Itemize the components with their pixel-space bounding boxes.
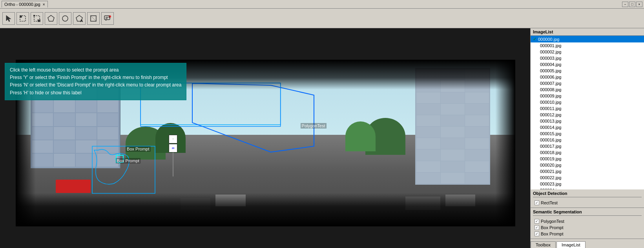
rect-test-checkbox[interactable] [535, 200, 539, 205]
image-list-item[interactable]: 000018.jpg [531, 149, 644, 156]
svg-text:A: A [80, 19, 83, 22]
image-list-item[interactable]: 000012.jpg [531, 112, 644, 118]
image-list-item[interactable]: 000002.jpg [531, 49, 644, 55]
image-list-item-label: 000013.jpg [540, 119, 561, 123]
tooltip-line2: Press 'Y' or select the 'Finish Prompt' … [10, 74, 181, 81]
title-bar-controls: − □ × [622, 2, 642, 7]
image-list-item[interactable]: 000022.jpg [531, 175, 644, 181]
minimize-button[interactable]: − [622, 2, 628, 7]
image-list-item-label: 000020.jpg [540, 163, 561, 167]
image-list-item-label: 000022.jpg [540, 175, 561, 180]
image-list-item[interactable]: 000003.jpg [531, 55, 644, 61]
tree-right2 [345, 121, 375, 151]
svg-point-3 [34, 15, 35, 16]
right-panel: ImageList ✓000000.jpg000001.jpg000002.jp… [530, 28, 644, 248]
polygon-test-seg-item[interactable]: PolygonTest [533, 218, 642, 224]
image-list-item-label: 000017.jpg [540, 144, 561, 149]
image-list-item[interactable]: 000009.jpg [531, 93, 644, 99]
box-prompt-seg-item-2[interactable]: Box Prompt [533, 231, 642, 237]
image-list-item[interactable]: 000005.jpg [531, 68, 644, 74]
main-content: Click the left mouse button to select th… [0, 28, 644, 248]
svg-line-10 [91, 16, 96, 21]
image-list-item[interactable]: 000019.jpg [531, 156, 644, 162]
image-list-item-label: 000009.jpg [540, 94, 561, 98]
svg-text:M: M [38, 19, 40, 22]
image-list-item[interactable]: 000008.jpg [531, 86, 644, 93]
image-list-title: ImageList [531, 28, 644, 36]
box-prompt-seg-item-1[interactable]: Box Prompt [533, 224, 642, 231]
image-list-item[interactable]: 000020.jpg [531, 162, 644, 168]
image-list-item[interactable]: 000017.jpg [531, 143, 644, 149]
tooltip-line4: Press 'H' to hide or show this label [10, 89, 181, 97]
image-list-item-label: 000016.jpg [540, 138, 561, 142]
app-container: Ortho - 000000.jpg × − □ × M [0, 0, 644, 248]
title-bar: Ortho - 000000.jpg × − □ × [0, 0, 644, 9]
image-list-item[interactable]: 000010.jpg [531, 99, 644, 105]
smart-polygon-tool[interactable]: A [73, 12, 86, 25]
box-prompt-seg-label-2: Box Prompt [541, 231, 563, 236]
svg-rect-1 [20, 16, 22, 17]
comment-tool[interactable]: ! [101, 12, 114, 25]
box-prompt-checkbox-1[interactable] [535, 225, 539, 230]
image-list-item-label: 000011.jpg [540, 106, 561, 111]
image-list-item-label: 000019.jpg [540, 156, 561, 161]
image-list-item[interactable]: 000013.jpg [531, 118, 644, 124]
image-list-item-label: 000010.jpg [540, 100, 561, 105]
image-list-item[interactable]: 000007.jpg [531, 80, 644, 86]
image-list-item[interactable]: 000004.jpg [531, 61, 644, 68]
pointer-tool[interactable] [2, 12, 15, 25]
box-prompt-label-2: Box Prompt [116, 158, 140, 163]
image-list-item-label: 000021.jpg [540, 169, 561, 174]
image-list-item[interactable]: 000021.jpg [531, 168, 644, 175]
box-region-tool[interactable] [87, 12, 100, 25]
poly-select-tool[interactable]: M [31, 12, 43, 25]
image-list-item[interactable]: ✓000000.jpg [531, 36, 644, 42]
toolbox-tab[interactable]: Toolbox [531, 241, 556, 248]
car-red [56, 180, 91, 193]
image-list-item[interactable]: 000011.jpg [531, 105, 644, 112]
info-tooltip: Click the left mouse button to select th… [5, 63, 186, 100]
image-list-item-label: 000018.jpg [540, 150, 561, 155]
rect-test-label: RectTest [541, 200, 558, 205]
image-list-item-label: 000005.jpg [540, 68, 561, 73]
title-tab-label: Ortho - 000000.jpg [4, 2, 40, 7]
box-prompt-seg-label-1: Box Prompt [541, 225, 563, 230]
image-list-item-label: 000000.jpg [538, 37, 559, 42]
image-list-item-label: 000023.jpg [540, 182, 561, 186]
image-list-item-label: 000002.jpg [540, 50, 561, 54]
image-list-item-label: 000003.jpg [540, 56, 561, 61]
close-button[interactable]: × [636, 2, 642, 7]
title-tab[interactable]: Ortho - 000000.jpg × [2, 1, 48, 7]
rect-select-tool[interactable] [16, 12, 29, 25]
image-list-item[interactable]: 000001.jpg [531, 42, 644, 49]
maximize-button[interactable]: □ [629, 2, 635, 7]
tooltip-line1: Click the left mouse button to select th… [10, 66, 181, 74]
polygon-tool[interactable] [45, 12, 57, 25]
vignette-bottom [16, 193, 515, 226]
semantic-segmentation-section: Semantic Segmentation PolygonTest Box Pr… [531, 208, 644, 239]
image-list-item[interactable]: 000014.jpg [531, 124, 644, 130]
image-list-item[interactable]: 000016.jpg [531, 137, 644, 143]
image-list-item[interactable]: 000023.jpg [531, 181, 644, 187]
image-list-content[interactable]: ✓000000.jpg000001.jpg000002.jpg000003.jp… [531, 36, 644, 189]
circle-tool[interactable] [59, 12, 71, 25]
tooltip-line3: Press 'N' or select the 'Discard Prompt'… [10, 81, 181, 89]
title-tab-close[interactable]: × [43, 2, 45, 7]
image-list-item-label: 000006.jpg [540, 75, 561, 79]
polygon-test-label: PolygonTest [301, 123, 327, 129]
imagelist-tab[interactable]: ImageList [556, 241, 586, 248]
vignette-right [495, 60, 515, 226]
polygon-test-checkbox[interactable] [535, 219, 539, 224]
canvas-area[interactable]: Click the left mouse button to select th… [0, 28, 530, 248]
bottom-tabs: Toolbox ImageList [531, 239, 644, 248]
rect-test-item[interactable]: RectTest [533, 200, 642, 206]
image-list-item[interactable]: 000015.jpg [531, 130, 644, 137]
image-list-item-label: 000001.jpg [540, 43, 561, 48]
semantic-seg-title: Semantic Segmentation [533, 209, 642, 216]
toolbar: M A [0, 9, 644, 28]
image-list-item-label: 000007.jpg [540, 81, 561, 86]
image-list-item-label: 000004.jpg [540, 62, 561, 67]
svg-text:!: ! [109, 15, 109, 18]
box-prompt-checkbox-2[interactable] [535, 231, 539, 236]
image-list-item[interactable]: 000006.jpg [531, 74, 644, 80]
